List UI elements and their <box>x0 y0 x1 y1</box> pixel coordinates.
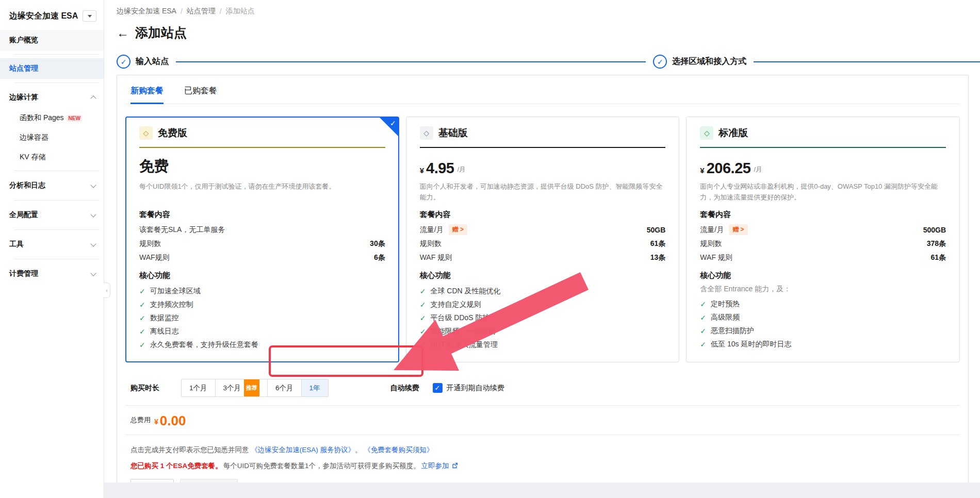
feature-item: ✓可加速全球区域 <box>139 285 385 298</box>
app-window: 边缘安全加速 ESA 账户概览 站点管理 边缘计算 函数和 Pages NEW … <box>0 0 980 498</box>
purchase-duration-label: 购买时长 <box>130 384 159 393</box>
plan-row: 流量/月 赠 > 50GB <box>420 223 666 237</box>
check-icon: ✓ <box>420 314 426 322</box>
sidebar-group-tools[interactable]: 工具 <box>0 234 104 255</box>
sidebar-item-kv-storage[interactable]: KV 存储 <box>0 147 104 167</box>
duration-option-6month[interactable]: 6个月 <box>267 379 301 396</box>
plan-row: 规则数 30条 <box>139 237 385 251</box>
feature-item: ✓支持自定义规则 <box>420 298 666 311</box>
plan-tabs: 新购套餐 已购套餐 <box>125 75 960 104</box>
sidebar-item-site-management[interactable]: 站点管理 <box>0 58 104 79</box>
plan-card-standard[interactable]: ◇ 标准版 ¥ 206.25 /月 面向个人专业网站或非盈利机构，提供0-day… <box>686 117 960 362</box>
gift-badge[interactable]: 赠 > <box>449 224 467 235</box>
duration-option-1year[interactable]: 1年 <box>301 379 328 396</box>
sidebar-group-global-config[interactable]: 全局配置 <box>0 204 104 226</box>
check-icon: ✓ <box>139 314 145 322</box>
join-activity-link[interactable]: 立即参加 <box>421 461 449 471</box>
breadcrumb-item-current: 添加站点 <box>226 7 255 16</box>
recommended-badge: 推荐 <box>244 379 259 397</box>
sidebar-item-edge-container[interactable]: 边缘容器 <box>0 128 104 147</box>
sidebar-group-billing[interactable]: 计费管理 <box>0 263 104 285</box>
auto-renew-checkbox[interactable]: ✓ <box>433 383 443 393</box>
notice-highlight: 您已购买 1 个ESA免费套餐。 <box>130 461 222 471</box>
service-agreement-link[interactable]: 《边缘安全加速(ESA) 服务协议》 <box>251 446 355 454</box>
check-icon: ✓ <box>420 327 426 336</box>
plan-row: 规则数 378条 <box>700 237 946 251</box>
total-currency: ¥ <box>154 418 158 427</box>
divider <box>14 82 100 83</box>
feature-item: ✓低至 10s 延时的即时日志 <box>700 338 946 351</box>
divider <box>14 229 100 230</box>
sidebar-collapse-handle[interactable]: ‹ <box>104 283 110 298</box>
section-label-core: 核心功能 <box>420 271 666 280</box>
breadcrumb-item-esa[interactable]: 边缘安全加速 ESA <box>117 7 176 16</box>
plan-description: 面向个人和开发者，可加速动静态资源，提供平台级 DDoS 防护、智能限频等安全能… <box>420 181 666 204</box>
feature-item: ✓BOT 机器人流量管理 <box>420 338 666 352</box>
divider <box>14 259 100 259</box>
chevron-down-icon <box>90 241 96 246</box>
step2-label: 选择区域和接入方式 <box>672 56 746 67</box>
breadcrumb: 边缘安全加速 ESA / 站点管理 / 添加站点 <box>117 7 971 16</box>
tab-purchased-plan[interactable]: 已购套餐 <box>184 86 217 104</box>
section-label-content: 套餐内容 <box>700 210 946 220</box>
sidebar-group-analytics-logs[interactable]: 分析和日志 <box>0 175 104 196</box>
check-icon: ✓ <box>139 301 145 309</box>
step-connector <box>176 61 646 62</box>
section-label-core: 核心功能 <box>139 271 385 280</box>
sidebar-item-functions-pages[interactable]: 函数和 Pages NEW <box>0 108 104 128</box>
page-title: 添加站点 <box>135 24 187 41</box>
plan-price: 206.25 <box>707 160 751 177</box>
plan-row: WAF 规则 61条 <box>700 251 946 264</box>
step2-check-icon: ✓ <box>653 55 667 69</box>
plan-description: 每个UID限领1个，仅用于测试验证，请勿在生产环境使用该套餐。 <box>139 181 385 204</box>
breadcrumb-item-site-management[interactable]: 站点管理 <box>187 7 216 16</box>
chevron-down-icon <box>90 182 96 188</box>
divider <box>139 147 385 148</box>
main-content: 边缘安全加速 ESA / 站点管理 / 添加站点 ← 添加站点 ✓ 输入站点 ✓… <box>104 0 980 498</box>
divider <box>125 435 960 435</box>
gift-badge[interactable]: 赠 > <box>729 224 747 235</box>
plan-selection-panel: 新购套餐 已购套餐 ✓ ◇ 免费版 免费 每个UID限领1个，仅用于测试验 <box>117 75 969 498</box>
auto-renew-label: 自动续费 <box>390 384 419 393</box>
purchase-duration-row: 购买时长 1个月 3个月 推荐 6个月 1年 自动续费 ✓ 开通到期自动续费 <box>125 379 960 397</box>
purchase-notice: 您已购买 1 个ESA免费套餐。 每个UID可购免费套餐数量1个，参加活动可获得… <box>125 461 960 471</box>
product-switcher-button[interactable] <box>83 10 96 22</box>
section-label-core: 核心功能 <box>700 271 946 280</box>
plan-card-basic[interactable]: ◇ 基础版 ¥ 4.95 /月 面向个人和开发者，可加速动静态资源，提供平台级 … <box>406 117 680 362</box>
external-link-icon <box>452 462 458 470</box>
plan-badge-icon: ◇ <box>139 126 153 140</box>
selected-check-icon: ✓ <box>390 119 396 127</box>
plan-row: WAF 规则 13条 <box>420 251 666 264</box>
sidebar-item-account-overview[interactable]: 账户概览 <box>0 30 104 51</box>
new-badge: NEW <box>67 115 82 122</box>
duration-option-3month[interactable]: 3个月 推荐 <box>215 379 268 396</box>
total-cost-row: 总费用 ¥ 0.00 <box>125 406 960 435</box>
section-label-content: 套餐内容 <box>139 210 385 220</box>
feature-item: ✓高级限频 <box>700 311 946 324</box>
check-icon: ✓ <box>139 341 145 349</box>
chevron-down-icon <box>90 270 96 276</box>
step-indicator: ✓ 输入站点 ✓ 选择区域和接入方式 <box>117 55 980 69</box>
chevron-down-icon <box>90 211 96 217</box>
divider <box>14 200 100 201</box>
agreement-text: 点击完成并支付即表示您已知悉并同意 《边缘安全加速(ESA) 服务协议》。 《免… <box>125 445 960 455</box>
product-title: 边缘安全加速 ESA <box>9 11 78 22</box>
check-icon: ✓ <box>420 287 426 295</box>
chevron-down-icon <box>88 15 92 18</box>
chevron-up-icon <box>90 95 96 101</box>
step-connector <box>754 61 980 62</box>
tab-new-plan[interactable]: 新购套餐 <box>130 86 164 104</box>
section-label-content: 套餐内容 <box>420 210 666 220</box>
check-icon: ✓ <box>700 313 706 322</box>
divider <box>420 147 666 148</box>
sidebar-group-edge-compute[interactable]: 边缘计算 <box>0 87 104 108</box>
sidebar: 边缘安全加速 ESA 账户概览 站点管理 边缘计算 函数和 Pages NEW … <box>0 0 104 498</box>
back-arrow-icon[interactable]: ← <box>117 27 129 39</box>
feature-item: ✓定时预热 <box>700 297 946 311</box>
free-plan-notes-link[interactable]: 《免费套餐购买须知》 <box>364 446 433 454</box>
duration-option-1month[interactable]: 1个月 <box>182 379 215 396</box>
plan-card-free[interactable]: ✓ ◇ 免费版 免费 每个UID限领1个，仅用于测试验证，请勿在生产环境使用该套… <box>125 117 399 362</box>
total-label: 总费用 <box>130 416 151 427</box>
plan-row: 该套餐无SLA，无工单服务 <box>139 223 385 237</box>
feature-item: ✓智能限频、一键防刷 <box>420 325 666 338</box>
